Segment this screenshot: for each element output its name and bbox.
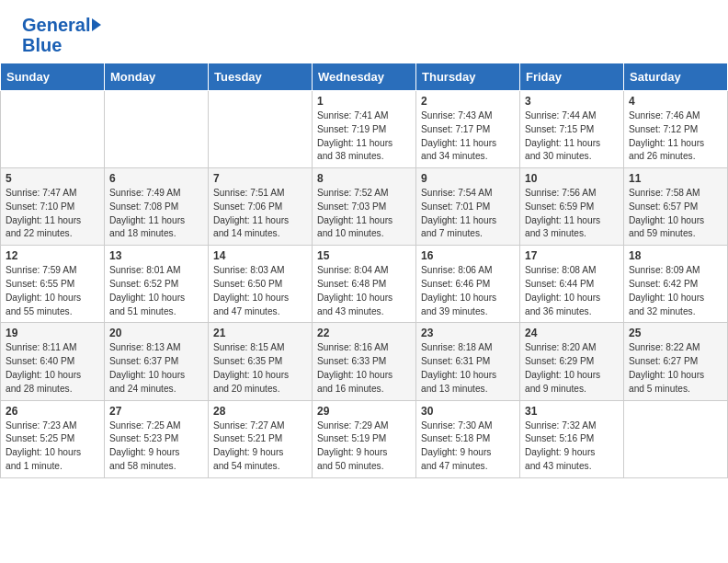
calendar-day-cell: 29Sunrise: 7:29 AM Sunset: 5:19 PM Dayli… [313, 400, 416, 477]
calendar-day-cell: 6Sunrise: 7:49 AM Sunset: 7:08 PM Daylig… [105, 168, 209, 246]
calendar-day-cell: 25Sunrise: 8:22 AM Sunset: 6:27 PM Dayli… [624, 323, 728, 400]
calendar-day-cell: 21Sunrise: 8:15 AM Sunset: 6:35 PM Dayli… [209, 323, 313, 400]
day-info: Sunrise: 8:06 AM Sunset: 6:46 PM Dayligh… [421, 264, 515, 318]
day-number: 9 [421, 172, 515, 185]
day-number: 4 [629, 95, 722, 108]
calendar-day-cell: 24Sunrise: 8:20 AM Sunset: 6:29 PM Dayli… [520, 323, 624, 400]
calendar-day-cell: 4Sunrise: 7:46 AM Sunset: 7:12 PM Daylig… [624, 91, 728, 168]
calendar-day-cell: 9Sunrise: 7:54 AM Sunset: 7:01 PM Daylig… [416, 168, 520, 246]
day-info: Sunrise: 8:09 AM Sunset: 6:42 PM Dayligh… [629, 264, 722, 318]
day-number: 7 [213, 172, 307, 185]
calendar-week-row: 12Sunrise: 7:59 AM Sunset: 6:55 PM Dayli… [1, 246, 728, 323]
logo-blue-text: Blue [22, 35, 62, 55]
calendar-week-row: 1Sunrise: 7:41 AM Sunset: 7:19 PM Daylig… [1, 91, 728, 168]
day-number: 15 [317, 249, 411, 262]
day-number: 11 [629, 172, 722, 185]
day-number: 13 [109, 249, 203, 262]
day-info: Sunrise: 8:03 AM Sunset: 6:50 PM Dayligh… [213, 264, 307, 318]
day-info: Sunrise: 7:58 AM Sunset: 6:57 PM Dayligh… [629, 187, 722, 241]
calendar-day-cell: 31Sunrise: 7:32 AM Sunset: 5:16 PM Dayli… [520, 400, 624, 477]
calendar-day-cell: 17Sunrise: 8:08 AM Sunset: 6:44 PM Dayli… [520, 246, 624, 323]
logo-arrow-icon [92, 18, 101, 31]
logo-text: General [22, 15, 90, 35]
day-info: Sunrise: 8:20 AM Sunset: 6:29 PM Dayligh… [525, 341, 619, 396]
calendar-day-cell: 12Sunrise: 7:59 AM Sunset: 6:55 PM Dayli… [1, 246, 105, 323]
day-info: Sunrise: 8:13 AM Sunset: 6:37 PM Dayligh… [109, 341, 203, 396]
weekday-header: Sunday [1, 63, 105, 91]
day-info: Sunrise: 7:47 AM Sunset: 7:10 PM Dayligh… [6, 187, 99, 241]
day-info: Sunrise: 7:41 AM Sunset: 7:19 PM Dayligh… [317, 109, 411, 164]
day-number: 29 [317, 405, 411, 418]
calendar-week-row: 19Sunrise: 8:11 AM Sunset: 6:40 PM Dayli… [1, 323, 728, 400]
calendar-day-cell: 30Sunrise: 7:30 AM Sunset: 5:18 PM Dayli… [416, 400, 520, 477]
calendar-day-cell: 7Sunrise: 7:51 AM Sunset: 7:06 PM Daylig… [209, 168, 313, 246]
calendar-table: SundayMondayTuesdayWednesdayThursdayFrid… [0, 63, 728, 478]
day-info: Sunrise: 8:11 AM Sunset: 6:40 PM Dayligh… [6, 341, 99, 396]
day-number: 17 [525, 249, 619, 262]
day-info: Sunrise: 7:32 AM Sunset: 5:16 PM Dayligh… [525, 419, 619, 474]
day-number: 21 [213, 327, 307, 339]
day-info: Sunrise: 7:30 AM Sunset: 5:18 PM Dayligh… [421, 419, 515, 474]
day-info: Sunrise: 7:46 AM Sunset: 7:12 PM Dayligh… [629, 109, 722, 164]
calendar-day-cell: 26Sunrise: 7:23 AM Sunset: 5:25 PM Dayli… [1, 400, 105, 477]
calendar-day-cell [1, 91, 105, 168]
calendar-day-cell: 2Sunrise: 7:43 AM Sunset: 7:17 PM Daylig… [416, 91, 520, 168]
day-number: 5 [6, 172, 99, 185]
day-info: Sunrise: 8:08 AM Sunset: 6:44 PM Dayligh… [525, 264, 619, 318]
day-info: Sunrise: 8:16 AM Sunset: 6:33 PM Dayligh… [317, 341, 411, 396]
day-number: 30 [421, 405, 515, 418]
day-info: Sunrise: 7:51 AM Sunset: 7:06 PM Dayligh… [213, 187, 307, 241]
calendar-day-cell [105, 91, 209, 168]
day-info: Sunrise: 7:29 AM Sunset: 5:19 PM Dayligh… [317, 419, 411, 474]
calendar-day-cell: 13Sunrise: 8:01 AM Sunset: 6:52 PM Dayli… [105, 246, 209, 323]
day-number: 12 [6, 249, 99, 262]
calendar-day-cell: 28Sunrise: 7:27 AM Sunset: 5:21 PM Dayli… [209, 400, 313, 477]
day-number: 24 [525, 327, 619, 339]
day-number: 18 [629, 249, 722, 262]
calendar-day-cell: 5Sunrise: 7:47 AM Sunset: 7:10 PM Daylig… [1, 168, 105, 246]
calendar-header-row: SundayMondayTuesdayWednesdayThursdayFrid… [1, 63, 728, 91]
day-info: Sunrise: 7:49 AM Sunset: 7:08 PM Dayligh… [109, 187, 203, 241]
day-number: 14 [213, 249, 307, 262]
day-number: 28 [213, 405, 307, 418]
day-info: Sunrise: 7:43 AM Sunset: 7:17 PM Dayligh… [421, 109, 515, 164]
day-number: 25 [629, 327, 722, 339]
day-info: Sunrise: 8:15 AM Sunset: 6:35 PM Dayligh… [213, 341, 307, 396]
calendar-day-cell: 1Sunrise: 7:41 AM Sunset: 7:19 PM Daylig… [313, 91, 416, 168]
calendar-day-cell: 19Sunrise: 8:11 AM Sunset: 6:40 PM Dayli… [1, 323, 105, 400]
calendar-day-cell: 20Sunrise: 8:13 AM Sunset: 6:37 PM Dayli… [105, 323, 209, 400]
calendar-day-cell: 15Sunrise: 8:04 AM Sunset: 6:48 PM Dayli… [313, 246, 416, 323]
day-info: Sunrise: 7:56 AM Sunset: 6:59 PM Dayligh… [525, 187, 619, 241]
weekday-header: Tuesday [209, 63, 313, 91]
day-number: 6 [109, 172, 203, 185]
logo: General Blue [22, 15, 101, 55]
day-info: Sunrise: 7:27 AM Sunset: 5:21 PM Dayligh… [213, 419, 307, 474]
day-number: 10 [525, 172, 619, 185]
header: General Blue [0, 0, 728, 63]
weekday-header: Thursday [416, 63, 520, 91]
calendar-week-row: 5Sunrise: 7:47 AM Sunset: 7:10 PM Daylig… [1, 168, 728, 246]
weekday-header: Saturday [624, 63, 728, 91]
day-number: 26 [6, 405, 99, 418]
calendar-day-cell: 27Sunrise: 7:25 AM Sunset: 5:23 PM Dayli… [105, 400, 209, 477]
weekday-header: Wednesday [313, 63, 416, 91]
day-number: 19 [6, 327, 99, 339]
day-info: Sunrise: 7:52 AM Sunset: 7:03 PM Dayligh… [317, 187, 411, 241]
day-number: 31 [525, 405, 619, 418]
day-number: 27 [109, 405, 203, 418]
calendar-week-row: 26Sunrise: 7:23 AM Sunset: 5:25 PM Dayli… [1, 400, 728, 477]
day-number: 3 [525, 95, 619, 108]
day-info: Sunrise: 7:23 AM Sunset: 5:25 PM Dayligh… [6, 419, 99, 474]
day-info: Sunrise: 7:25 AM Sunset: 5:23 PM Dayligh… [109, 419, 203, 474]
day-info: Sunrise: 8:18 AM Sunset: 6:31 PM Dayligh… [421, 341, 515, 396]
day-number: 2 [421, 95, 515, 108]
day-info: Sunrise: 7:44 AM Sunset: 7:15 PM Dayligh… [525, 109, 619, 164]
calendar-body: 1Sunrise: 7:41 AM Sunset: 7:19 PM Daylig… [1, 91, 728, 478]
calendar-day-cell: 3Sunrise: 7:44 AM Sunset: 7:15 PM Daylig… [520, 91, 624, 168]
calendar-day-cell: 11Sunrise: 7:58 AM Sunset: 6:57 PM Dayli… [624, 168, 728, 246]
day-number: 16 [421, 249, 515, 262]
calendar-day-cell: 8Sunrise: 7:52 AM Sunset: 7:03 PM Daylig… [313, 168, 416, 246]
day-number: 22 [317, 327, 411, 339]
day-info: Sunrise: 8:01 AM Sunset: 6:52 PM Dayligh… [109, 264, 203, 318]
calendar-day-cell [209, 91, 313, 168]
